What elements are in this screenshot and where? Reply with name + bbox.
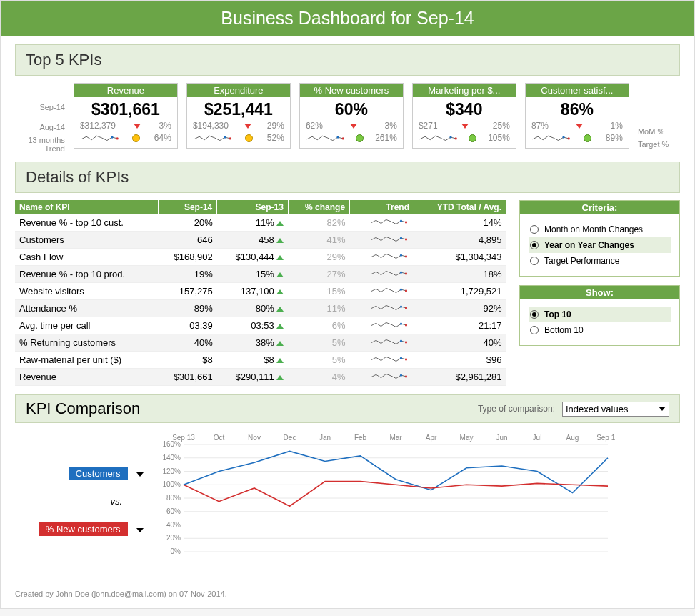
triangle-dn-icon <box>134 124 141 129</box>
triangle-up-icon <box>276 324 284 329</box>
triangle-up-icon <box>276 255 284 260</box>
svg-point-19 <box>404 289 406 292</box>
kpi-cur-cell: 89% <box>158 300 217 317</box>
kpi-change-cell: 4% <box>288 369 349 386</box>
kpi-cur-cell: $8 <box>158 352 217 369</box>
kpi-card-title: Expenditure <box>187 84 290 97</box>
show-option-0[interactable]: Top 10 <box>529 307 671 322</box>
kpi-change-cell: 15% <box>288 283 349 300</box>
radio-icon <box>530 241 539 249</box>
compare-series-b-dropdown[interactable]: % New customers <box>39 522 144 536</box>
show-option-1[interactable]: Bottom 10 <box>529 322 671 338</box>
chevron-down-icon <box>136 472 144 477</box>
kpi-cur-cell: 646 <box>158 232 217 249</box>
svg-point-18 <box>399 289 401 291</box>
kpi-target-pct: 105% <box>488 133 510 143</box>
compare-series-a-dropdown[interactable]: Customers <box>69 467 144 480</box>
kpi-prev-value: $271 <box>419 121 438 131</box>
kpi-card-value: $251,441 <box>187 97 290 121</box>
svg-text:40%: 40% <box>166 521 181 529</box>
svg-text:Sep 14: Sep 14 <box>596 434 615 442</box>
compare-type-dropdown[interactable]: Indexed values <box>562 402 669 417</box>
svg-text:Feb: Feb <box>354 434 367 442</box>
radio-icon <box>530 257 539 265</box>
label-current-month: Sep-14 <box>15 103 65 111</box>
kpi-target-pct: 64% <box>154 133 171 143</box>
svg-text:Mar: Mar <box>389 434 402 442</box>
kpi-card-1: Expenditure $251,441 $194,330 29% 52% <box>186 83 291 149</box>
label-trend: 13 months Trend <box>15 136 65 153</box>
svg-point-21 <box>404 307 406 309</box>
chevron-down-icon <box>136 528 144 532</box>
triangle-dn-icon <box>576 124 583 129</box>
status-dot-icon <box>469 134 476 142</box>
kpi-trend-cell <box>350 266 414 283</box>
kpi-name-cell: Website visitors <box>15 283 158 300</box>
criteria-option-2[interactable]: Target Performance <box>529 253 671 269</box>
kpi-trend-cell <box>350 334 414 352</box>
svg-point-20 <box>399 306 401 308</box>
kpi-card-value: 86% <box>526 97 629 121</box>
svg-point-16 <box>399 272 401 274</box>
kpi-prev-value: $312,379 <box>80 121 116 131</box>
section-details-header: Details of KPIs <box>15 162 680 193</box>
kpi-change-cell: 11% <box>288 300 349 317</box>
triangle-up-icon <box>276 341 284 346</box>
kpi-prev-cell: 137,100 <box>217 283 289 300</box>
svg-text:60%: 60% <box>166 507 181 515</box>
kpi-name-cell: Raw-material per unit ($) <box>15 352 158 369</box>
svg-point-9 <box>567 137 569 139</box>
kpi-change-cell: 41% <box>288 232 349 249</box>
radio-label: Month on Month Changes <box>544 224 643 234</box>
svg-point-3 <box>229 137 231 139</box>
svg-point-12 <box>399 237 401 239</box>
status-dot-icon <box>132 134 140 142</box>
svg-point-2 <box>224 136 226 138</box>
svg-text:Nov: Nov <box>248 434 261 442</box>
triangle-up-icon <box>276 238 284 243</box>
svg-text:80%: 80% <box>166 494 181 502</box>
kpi-name-cell: Attendance % <box>15 300 158 317</box>
criteria-title: Criteria: <box>520 201 679 214</box>
kpi-ytd-cell: $2,961,281 <box>414 369 506 386</box>
kpi-change-cell: 82% <box>288 214 349 232</box>
kpi-prev-cell: $8 <box>217 352 289 369</box>
chevron-down-icon <box>659 407 666 411</box>
kpi-name-cell: Revenue <box>15 369 158 386</box>
svg-point-25 <box>404 341 406 343</box>
kpi-prev-cell: 458 <box>217 232 289 249</box>
kpi-mom-pct: 25% <box>493 121 510 131</box>
svg-text:Jun: Jun <box>496 434 507 442</box>
kpi-card-title: Marketing per $... <box>413 84 516 97</box>
kpi-ytd-cell: 40% <box>414 334 506 352</box>
triangle-dn-icon <box>350 124 357 129</box>
kpi-prev-cell: 11% <box>217 214 289 232</box>
criteria-option-0[interactable]: Month on Month Changes <box>529 222 671 237</box>
radio-label: Top 10 <box>544 309 571 319</box>
svg-point-1 <box>116 137 118 139</box>
kpi-row-labels: Sep-14 Aug-14 13 months Trend <box>15 83 68 153</box>
section-compare-header: KPI Comparison <box>26 399 140 418</box>
svg-text:Aug: Aug <box>566 434 579 442</box>
kpi-prev-value: 62% <box>306 121 323 131</box>
kpi-name-cell: % Returning customers <box>15 334 158 352</box>
kpi-target-pct: 261% <box>375 133 397 143</box>
kpi-ytd-cell: 21:17 <box>414 317 506 334</box>
svg-text:Oct: Oct <box>214 434 225 442</box>
kpi-trend-cell <box>350 352 414 369</box>
kpi-change-cell: 6% <box>288 317 349 334</box>
kpi-prev-value: 87% <box>531 121 549 131</box>
kpi-mom-pct: 1% <box>611 121 623 131</box>
status-dot-icon <box>245 134 253 142</box>
criteria-option-1[interactable]: Year on Year Changes <box>529 237 671 253</box>
kpi-prev-cell: $130,444 <box>217 249 289 266</box>
label-target: Target % <box>638 140 680 149</box>
triangle-up-icon <box>276 307 284 312</box>
table-row: Cash Flow $168,902 $130,444 29% $1,304,3… <box>15 249 506 266</box>
status-dot-icon <box>356 134 364 142</box>
radio-label: Year on Year Changes <box>544 240 634 250</box>
triangle-dn-icon <box>461 124 469 129</box>
vs-label: vs. <box>110 496 144 507</box>
svg-point-7 <box>454 137 456 139</box>
kpi-cur-cell: $168,902 <box>158 249 217 266</box>
